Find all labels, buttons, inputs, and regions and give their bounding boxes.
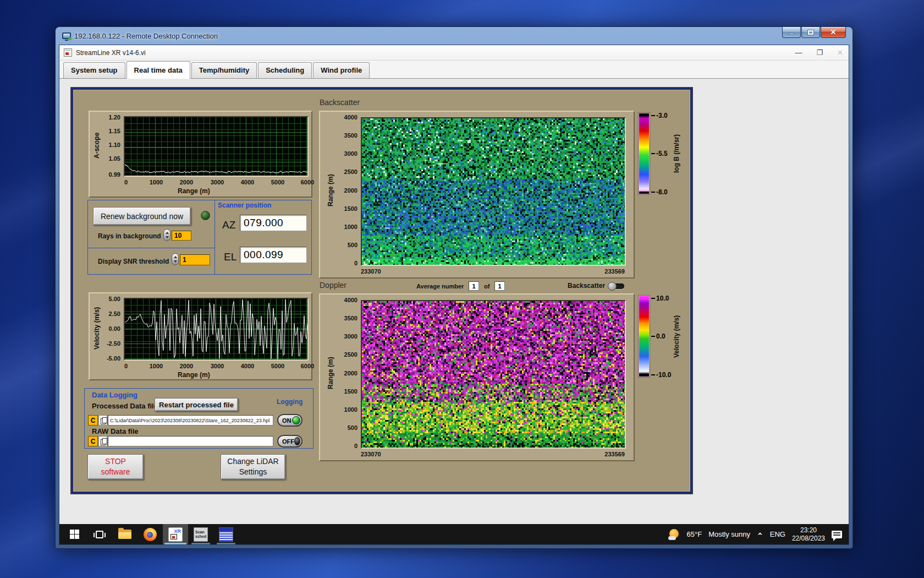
tab-real-time-data[interactable]: Real time data bbox=[127, 61, 190, 79]
renew-background-button[interactable]: Renew background now bbox=[93, 207, 191, 225]
raw-path-field[interactable] bbox=[108, 436, 273, 446]
weather-icon[interactable] bbox=[668, 528, 680, 541]
raw-logging-toggle[interactable]: OFF bbox=[277, 435, 302, 448]
open-app-underline bbox=[191, 543, 210, 544]
tab-wind-profile[interactable]: Wind profile bbox=[313, 62, 370, 78]
terminal-app-button[interactable] bbox=[213, 524, 239, 544]
backscatter-colorbar bbox=[639, 113, 650, 194]
toggle-knob[interactable] bbox=[608, 282, 617, 291]
ascope-xtick: 3000 bbox=[206, 179, 228, 186]
stop-button-line1: STOP bbox=[101, 456, 130, 467]
velocity-ytick: 0.00 bbox=[96, 325, 120, 332]
average-number-field[interactable]: 1 bbox=[469, 281, 479, 291]
rays-spinner[interactable] bbox=[163, 229, 170, 241]
bs-ytick: 3500 bbox=[336, 132, 358, 139]
ascope-xtick: 5000 bbox=[267, 179, 289, 186]
az-value-field[interactable]: 079.000 bbox=[240, 215, 307, 231]
snr-value-field[interactable]: 1 bbox=[180, 254, 210, 265]
doppler-y-axis-label: Range (m) bbox=[327, 300, 334, 446]
velocity-plot bbox=[124, 298, 309, 361]
settings-button-line1: Change LiDAR bbox=[227, 456, 278, 467]
app-titlebar[interactable]: StreamLine XR v14-6.vi — ❐ ✕ bbox=[59, 45, 849, 61]
processed-path-type-combo[interactable]: C bbox=[88, 415, 98, 426]
app-close-icon[interactable]: ✕ bbox=[837, 48, 843, 57]
el-value-field[interactable]: 000.099 bbox=[240, 247, 307, 263]
taskbar: XR Scansched 65°F Mostly sunny ⌃ ENG bbox=[59, 524, 849, 544]
tray-chevron-up-icon[interactable]: ⌃ bbox=[757, 531, 763, 540]
ascope-xtick: 6000 bbox=[296, 179, 318, 186]
rdp-maximize-button[interactable] bbox=[801, 27, 820, 38]
backscatter-graph-box: Range (m) 4000 3500 3000 2500 2000 1500 … bbox=[319, 111, 635, 279]
spin-down-icon[interactable] bbox=[166, 236, 169, 238]
tab-scheduling[interactable]: Scheduling bbox=[258, 62, 312, 78]
taskbar-clock[interactable]: 23:20 22/08/2023 bbox=[792, 526, 825, 543]
average-total-field[interactable]: 1 bbox=[494, 281, 505, 291]
weather-condition[interactable]: Mostly sunny bbox=[708, 530, 750, 538]
rdp-close-button[interactable]: ✕ bbox=[821, 27, 846, 38]
dp-ytick: 0 bbox=[336, 443, 358, 449]
average-number-label: Average number bbox=[416, 283, 464, 290]
processed-path-browse-icon[interactable] bbox=[98, 415, 107, 426]
dp-ytick: 4000 bbox=[336, 297, 358, 303]
raw-path-type-combo[interactable]: C bbox=[88, 436, 98, 446]
ascope-ytick: 1.10 bbox=[96, 141, 120, 148]
dp-cb-tick: 0.0 bbox=[651, 332, 666, 340]
ascope-x-axis-label: Range (m) bbox=[178, 187, 210, 195]
spin-down-icon[interactable] bbox=[174, 260, 177, 263]
restart-processed-file-button[interactable]: Restart processed file bbox=[155, 398, 238, 411]
dp-ytick: 1000 bbox=[336, 406, 358, 413]
tab-temp-humidity[interactable]: Temp/humidity bbox=[191, 62, 257, 78]
on-label: ON bbox=[282, 417, 292, 424]
task-view-icon bbox=[96, 531, 103, 538]
doppler-title: Doppler bbox=[320, 281, 346, 290]
striped-window-icon bbox=[219, 527, 233, 542]
velocity-graph-box: Velocity (m/s) 5.00 2.50 0.00 -2.50 -5.0… bbox=[89, 292, 312, 380]
rays-value-field[interactable]: 10 bbox=[172, 231, 191, 241]
dp-ytick: 1500 bbox=[336, 388, 358, 395]
processed-path-field[interactable]: C:\Lidar\Data\Proc\2023\202308\20230822\… bbox=[108, 415, 273, 426]
app-minimize-icon[interactable]: — bbox=[795, 48, 802, 57]
backscatter-heatmap bbox=[361, 117, 626, 266]
firefox-button[interactable] bbox=[138, 524, 163, 544]
rdp-window: 192.168.0.122 - Remote Desktop Connectio… bbox=[55, 26, 853, 549]
raw-path-browse-icon[interactable] bbox=[98, 436, 107, 446]
bs-x-end-label: 233569 bbox=[591, 268, 625, 275]
app-restore-icon[interactable]: ❐ bbox=[816, 48, 823, 57]
front-panel: A-scope 1.20 1.15 1.10 1.05 0.99 0 1000 … bbox=[71, 88, 692, 494]
minimize-icon bbox=[789, 33, 794, 35]
weather-temp[interactable]: 65°F bbox=[687, 530, 702, 538]
language-indicator[interactable]: ENG bbox=[770, 530, 785, 538]
scanner-position-title: Scanner position bbox=[218, 201, 271, 209]
rdp-minimize-button[interactable] bbox=[782, 27, 801, 38]
ascope-ytick: 1.20 bbox=[96, 114, 120, 121]
tab-strip: System setup Real time data Temp/humidit… bbox=[59, 61, 849, 79]
rdp-titlebar[interactable]: 192.168.0.122 - Remote Desktop Connectio… bbox=[59, 27, 849, 45]
windows-start-icon bbox=[70, 530, 79, 539]
logging-label: Logging bbox=[277, 398, 302, 406]
velocity-xtick: 4000 bbox=[237, 363, 258, 369]
scan-scheduler-button[interactable]: Scansched bbox=[188, 524, 213, 544]
raw-data-file-label: RAW Data file bbox=[92, 427, 139, 435]
file-explorer-button[interactable] bbox=[112, 524, 138, 544]
dp-ytick: 3000 bbox=[336, 333, 358, 340]
background-controls-box: Renew background now Rays in background … bbox=[87, 200, 215, 248]
data-logging-box: Data Logging Processed Data file Restart… bbox=[84, 388, 314, 449]
tab-system-setup[interactable]: System setup bbox=[63, 62, 125, 78]
streamline-app-button[interactable]: XR bbox=[163, 524, 188, 544]
spin-up-icon[interactable] bbox=[166, 232, 169, 234]
notification-center-icon[interactable] bbox=[832, 531, 842, 538]
scanner-position-box: Scanner position AZ 079.000 EL 000.099 bbox=[215, 200, 312, 275]
off-led-icon bbox=[294, 437, 300, 445]
velocity-xtick: 3000 bbox=[206, 363, 228, 369]
change-lidar-settings-button[interactable]: Change LiDAR Settings bbox=[221, 454, 285, 479]
start-button[interactable] bbox=[62, 524, 87, 544]
snr-spinner[interactable] bbox=[172, 253, 179, 265]
bs-ytick: 2500 bbox=[336, 168, 358, 175]
backscatter-doppler-toggle[interactable] bbox=[609, 283, 624, 289]
stop-software-button[interactable]: STOP software bbox=[87, 454, 144, 479]
spin-up-icon[interactable] bbox=[174, 256, 177, 258]
processed-logging-toggle[interactable]: ON bbox=[277, 414, 302, 427]
backscatter-colorbar-label: log B (/m/sr) bbox=[673, 113, 680, 194]
task-view-button[interactable] bbox=[87, 524, 112, 544]
velocity-ytick: -5.00 bbox=[96, 355, 120, 362]
